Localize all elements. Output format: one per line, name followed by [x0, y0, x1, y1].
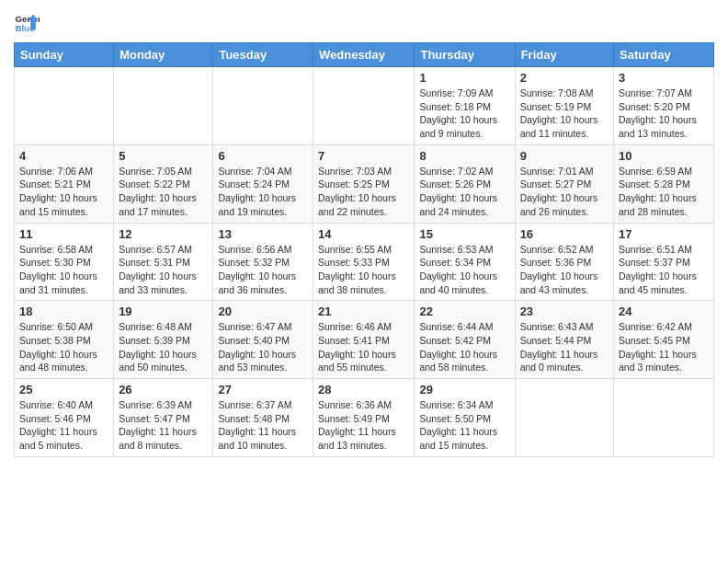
day-info: Sunrise: 6:47 AM Sunset: 5:40 PM Dayligh…: [218, 320, 308, 374]
week-row-5: 25Sunrise: 6:40 AM Sunset: 5:46 PM Dayli…: [15, 379, 714, 457]
calendar-cell: [114, 67, 213, 145]
day-number: 21: [318, 304, 409, 318]
day-info: Sunrise: 6:46 AM Sunset: 5:41 PM Dayligh…: [318, 320, 409, 374]
calendar-cell: 14Sunrise: 6:55 AM Sunset: 5:33 PM Dayli…: [313, 223, 415, 301]
day-info: Sunrise: 6:58 AM Sunset: 5:30 PM Dayligh…: [19, 243, 108, 297]
calendar-cell: 17Sunrise: 6:51 AM Sunset: 5:37 PM Dayli…: [614, 223, 714, 301]
week-row-3: 11Sunrise: 6:58 AM Sunset: 5:30 PM Dayli…: [15, 223, 714, 301]
calendar-cell: 16Sunrise: 6:52 AM Sunset: 5:36 PM Dayli…: [515, 223, 613, 301]
calendar-cell: 3Sunrise: 7:07 AM Sunset: 5:20 PM Daylig…: [614, 67, 714, 145]
calendar: SundayMondayTuesdayWednesdayThursdayFrid…: [14, 42, 714, 457]
calendar-cell: 10Sunrise: 6:59 AM Sunset: 5:28 PM Dayli…: [614, 144, 714, 223]
calendar-cell: 9Sunrise: 7:01 AM Sunset: 5:27 PM Daylig…: [515, 144, 613, 223]
logo-icon: General Blue: [14, 9, 40, 35]
day-number: 25: [19, 383, 108, 396]
day-number: 16: [520, 227, 609, 241]
day-info: Sunrise: 6:59 AM Sunset: 5:28 PM Dayligh…: [619, 165, 709, 219]
day-info: Sunrise: 6:55 AM Sunset: 5:33 PM Dayligh…: [318, 243, 409, 297]
day-number: 18: [19, 304, 108, 318]
weekday-header-monday: Monday: [114, 43, 213, 67]
day-info: Sunrise: 6:48 AM Sunset: 5:39 PM Dayligh…: [119, 320, 208, 374]
calendar-cell: 23Sunrise: 6:43 AM Sunset: 5:44 PM Dayli…: [515, 301, 613, 379]
day-number: 28: [318, 383, 409, 396]
calendar-cell: [614, 379, 714, 457]
calendar-cell: 26Sunrise: 6:39 AM Sunset: 5:47 PM Dayli…: [114, 379, 213, 457]
week-row-2: 4Sunrise: 7:06 AM Sunset: 5:21 PM Daylig…: [15, 144, 714, 223]
calendar-cell: 20Sunrise: 6:47 AM Sunset: 5:40 PM Dayli…: [213, 301, 313, 379]
day-number: 2: [520, 71, 609, 85]
calendar-cell: 5Sunrise: 7:05 AM Sunset: 5:22 PM Daylig…: [114, 144, 213, 223]
calendar-cell: 29Sunrise: 6:34 AM Sunset: 5:50 PM Dayli…: [415, 379, 515, 457]
calendar-cell: [15, 67, 114, 145]
day-info: Sunrise: 7:06 AM Sunset: 5:21 PM Dayligh…: [19, 165, 108, 219]
calendar-cell: 6Sunrise: 7:04 AM Sunset: 5:24 PM Daylig…: [213, 144, 313, 223]
weekday-header-friday: Friday: [515, 43, 613, 67]
day-info: Sunrise: 6:56 AM Sunset: 5:32 PM Dayligh…: [218, 243, 308, 297]
day-number: 5: [119, 149, 208, 163]
calendar-cell: 28Sunrise: 6:36 AM Sunset: 5:49 PM Dayli…: [313, 379, 415, 457]
day-number: 7: [318, 149, 409, 163]
calendar-cell: 8Sunrise: 7:02 AM Sunset: 5:26 PM Daylig…: [415, 144, 515, 223]
calendar-cell: 13Sunrise: 6:56 AM Sunset: 5:32 PM Dayli…: [213, 223, 313, 301]
day-info: Sunrise: 7:08 AM Sunset: 5:19 PM Dayligh…: [520, 86, 609, 141]
calendar-cell: 7Sunrise: 7:03 AM Sunset: 5:25 PM Daylig…: [313, 144, 415, 223]
day-number: 4: [19, 149, 108, 163]
day-info: Sunrise: 6:39 AM Sunset: 5:47 PM Dayligh…: [119, 398, 208, 453]
day-info: Sunrise: 6:37 AM Sunset: 5:48 PM Dayligh…: [218, 398, 308, 453]
day-number: 12: [119, 227, 208, 241]
weekday-header-thursday: Thursday: [415, 43, 515, 67]
day-info: Sunrise: 6:34 AM Sunset: 5:50 PM Dayligh…: [419, 398, 509, 453]
calendar-cell: 15Sunrise: 6:53 AM Sunset: 5:34 PM Dayli…: [415, 223, 515, 301]
logo: General Blue: [14, 9, 43, 35]
day-number: 15: [419, 227, 509, 241]
day-number: 1: [419, 71, 509, 85]
calendar-cell: 24Sunrise: 6:42 AM Sunset: 5:45 PM Dayli…: [614, 301, 714, 379]
weekday-header-sunday: Sunday: [15, 43, 114, 67]
day-number: 6: [218, 149, 308, 163]
day-info: Sunrise: 6:42 AM Sunset: 5:45 PM Dayligh…: [619, 320, 709, 374]
day-info: Sunrise: 7:03 AM Sunset: 5:25 PM Dayligh…: [318, 165, 409, 219]
calendar-cell: [213, 67, 313, 145]
day-number: 9: [520, 149, 609, 163]
calendar-cell: 19Sunrise: 6:48 AM Sunset: 5:39 PM Dayli…: [114, 301, 213, 379]
day-info: Sunrise: 6:51 AM Sunset: 5:37 PM Dayligh…: [619, 243, 709, 297]
day-info: Sunrise: 6:53 AM Sunset: 5:34 PM Dayligh…: [419, 243, 509, 297]
day-number: 23: [520, 304, 609, 318]
day-number: 19: [119, 304, 208, 318]
day-info: Sunrise: 6:36 AM Sunset: 5:49 PM Dayligh…: [318, 398, 409, 453]
calendar-cell: 18Sunrise: 6:50 AM Sunset: 5:38 PM Dayli…: [15, 301, 114, 379]
day-info: Sunrise: 6:57 AM Sunset: 5:31 PM Dayligh…: [119, 243, 208, 297]
day-info: Sunrise: 7:07 AM Sunset: 5:20 PM Dayligh…: [619, 86, 709, 141]
weekday-header-tuesday: Tuesday: [213, 43, 313, 67]
calendar-cell: 22Sunrise: 6:44 AM Sunset: 5:42 PM Dayli…: [415, 301, 515, 379]
day-info: Sunrise: 7:01 AM Sunset: 5:27 PM Dayligh…: [520, 165, 609, 219]
day-info: Sunrise: 6:40 AM Sunset: 5:46 PM Dayligh…: [19, 398, 108, 453]
calendar-cell: [313, 67, 415, 145]
day-info: Sunrise: 6:44 AM Sunset: 5:42 PM Dayligh…: [419, 320, 509, 374]
weekday-header-row: SundayMondayTuesdayWednesdayThursdayFrid…: [15, 43, 714, 67]
weekday-header-saturday: Saturday: [614, 43, 714, 67]
calendar-cell: 4Sunrise: 7:06 AM Sunset: 5:21 PM Daylig…: [15, 144, 114, 223]
day-number: 24: [619, 304, 709, 318]
calendar-cell: 2Sunrise: 7:08 AM Sunset: 5:19 PM Daylig…: [515, 67, 613, 145]
day-info: Sunrise: 7:09 AM Sunset: 5:18 PM Dayligh…: [419, 86, 509, 141]
day-info: Sunrise: 6:52 AM Sunset: 5:36 PM Dayligh…: [520, 243, 609, 297]
day-number: 22: [419, 304, 509, 318]
day-number: 10: [619, 149, 709, 163]
calendar-cell: 21Sunrise: 6:46 AM Sunset: 5:41 PM Dayli…: [313, 301, 415, 379]
day-number: 26: [119, 383, 208, 396]
header: General Blue: [14, 9, 714, 35]
day-info: Sunrise: 6:43 AM Sunset: 5:44 PM Dayligh…: [520, 320, 609, 374]
calendar-body: 1Sunrise: 7:09 AM Sunset: 5:18 PM Daylig…: [15, 67, 714, 457]
week-row-1: 1Sunrise: 7:09 AM Sunset: 5:18 PM Daylig…: [15, 67, 714, 145]
day-number: 29: [419, 383, 509, 396]
day-info: Sunrise: 7:05 AM Sunset: 5:22 PM Dayligh…: [119, 165, 208, 219]
calendar-cell: 12Sunrise: 6:57 AM Sunset: 5:31 PM Dayli…: [114, 223, 213, 301]
calendar-cell: 25Sunrise: 6:40 AM Sunset: 5:46 PM Dayli…: [15, 379, 114, 457]
day-number: 11: [19, 227, 108, 241]
calendar-cell: [515, 379, 613, 457]
day-number: 20: [218, 304, 308, 318]
day-number: 8: [419, 149, 509, 163]
day-number: 17: [619, 227, 709, 241]
calendar-cell: 1Sunrise: 7:09 AM Sunset: 5:18 PM Daylig…: [415, 67, 515, 145]
